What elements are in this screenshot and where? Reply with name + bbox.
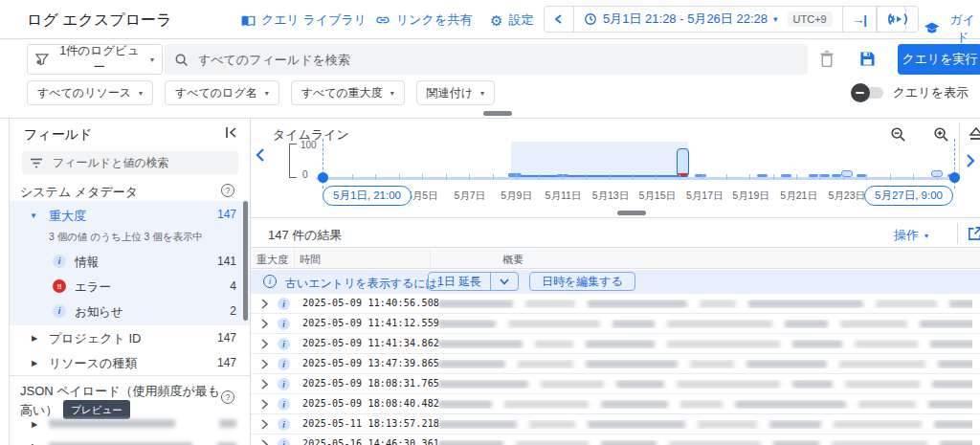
timeline-bar[interactable] [695,174,706,177]
time-back-button[interactable] [545,7,573,32]
sidebar-field-row[interactable]: ▶リソースの種類147 [10,350,250,375]
chevron-right-icon [965,153,976,168]
timeline-bar[interactable] [857,174,866,177]
log-entry-row[interactable]: i2025-05-09 18:08:31.765 [251,374,980,394]
redacted-text [529,420,575,429]
timeline-scroll-left-button[interactable] [255,147,266,163]
log-entry-row[interactable]: i2025-05-09 13:47:39.865 [251,354,980,374]
chevron-collapsed-icon[interactable]: ▶ [32,334,37,343]
chevron-down-icon: ▾ [139,89,143,98]
fields-panel-title: フィールド [24,126,92,144]
range-start-pill[interactable]: 5月1日, 21:00 [323,186,412,206]
timeline-bar[interactable] [820,174,830,177]
range-end-pill[interactable]: 5月27日, 9:00 [864,186,953,206]
expand-row-button[interactable] [260,439,269,445]
stream-logs-button[interactable] [877,6,919,33]
range-end-handle[interactable] [949,172,960,183]
severity-value-row[interactable]: i情報141 [10,249,250,274]
redacted-text [601,400,668,409]
delete-query-button[interactable] [819,51,835,67]
show-query-label: クエリを表示 [893,84,969,101]
fields-search-input[interactable] [51,155,231,170]
edit-datetime-button[interactable]: 日時を編集する [529,272,635,291]
timeline-bar[interactable] [781,174,791,177]
expand-row-button[interactable] [260,359,269,369]
log-view-selector[interactable]: 1件のログビュー ▾ [27,44,163,75]
timeline-bar[interactable] [677,148,689,177]
share-link-button[interactable]: リンクを共有 [375,11,472,29]
extend-one-day-button[interactable]: 1日 延長 [429,273,490,290]
panel-resize-handle[interactable] [483,111,512,116]
log-timestamp: 2025-05-09 11:41:12.559 [302,318,439,328]
log-entry-row[interactable]: i2025-05-09 18:08:40.482 [251,394,980,414]
settings-button[interactable]: ⚙ 設定 [490,11,533,29]
extend-options-button[interactable] [491,273,518,290]
jump-to-now-button[interactable]: →| [843,7,876,32]
time-range-button[interactable]: 5月1日 21:28 - 5月26日 22:28 ▾ UTC+9 [574,7,842,32]
guide-button[interactable]: ガイド [924,11,980,46]
chevron-expanded-icon[interactable]: ▼ [30,211,37,220]
timeline-scroll-right-button[interactable] [965,153,976,168]
redacted-text [438,360,505,368]
expand-row-button[interactable] [260,399,269,410]
main-pane: タイムライン 100 0 [251,119,980,445]
redacted-text [612,320,655,328]
redacted-field-row[interactable]: ▶ [10,412,250,436]
sidebar-field-severity[interactable]: ▼ 重大度 147 [10,205,250,228]
redacted-text [508,320,600,328]
info-severity-icon: i [278,318,290,330]
graduation-cap-icon [924,22,940,35]
axis-tick [843,174,844,180]
range-start-handle[interactable] [318,172,328,183]
expand-row-button[interactable] [260,339,269,349]
axis-tick [796,174,797,180]
expand-row-button[interactable] [260,379,269,389]
actions-dropdown[interactable]: 操作 ▾ [894,227,928,244]
log-entry-row[interactable]: i2025-05-11 18:13:57.218 [251,414,980,434]
severity-value-row[interactable]: iお知らせ2 [10,299,250,323]
sidebar-field-row[interactable]: ▶プロジェクト ID147 [10,325,250,350]
redacted-text [845,380,920,389]
expand-row-button[interactable] [260,319,269,329]
timeline-resize-handle[interactable] [617,211,646,215]
help-icon[interactable]: ? [221,184,234,197]
timeline-bar[interactable] [508,173,522,177]
run-query-button[interactable]: クエリを実行 [898,44,980,75]
query-library-label: クエリ ライブラリ [261,11,367,29]
log-entry-row[interactable]: i2025-05-09 11:41:34.862 [251,334,980,354]
axis-tick [446,174,447,180]
severity-value-row[interactable]: !!エラー4 [10,274,250,299]
sidebar-scrollbar[interactable] [243,201,248,321]
error-icon: !! [53,279,66,293]
results-table-header: 重大度 時間 概要 [251,247,980,269]
search-input[interactable] [196,52,798,68]
open-in-new-button[interactable] [967,226,980,242]
log-entry-row[interactable]: i2025-05-16 14:46:30.361 [251,434,980,445]
query-library-button[interactable]: クエリ ライブラリ [241,11,367,29]
filter-chip-1[interactable]: すべてのログ名▾ [165,80,279,105]
filter-chip-2[interactable]: すべての重大度▾ [291,80,405,105]
chevron-collapsed-icon[interactable]: ▶ [32,420,37,429]
help-icon[interactable]: ? [221,390,234,404]
save-query-button[interactable] [859,51,876,67]
show-query-toggle[interactable] [855,87,883,99]
redacted-text [535,340,573,348]
redacted-text [932,380,972,389]
timeline-bar[interactable] [809,174,818,177]
axis-tick [610,174,611,180]
expand-row-button[interactable] [260,419,269,430]
filter-chip-3[interactable]: 関連付け▾ [416,80,495,105]
log-entry-row[interactable]: i2025-05-09 11:41:12.559 [251,314,980,334]
y-axis-max-label: 100 [301,140,317,150]
log-entry-row[interactable]: i2025-05-09 11:40:56.508 [251,294,980,314]
redacted-field-row[interactable]: ▶ [10,436,250,445]
collapse-panel-button[interactable] [225,126,238,139]
info-severity-icon: i [278,438,290,445]
expand-row-button[interactable] [260,299,269,309]
filter-chip-label: 関連付け [427,85,473,101]
timeline-bar[interactable] [757,174,768,177]
chevron-collapsed-icon[interactable]: ▶ [32,359,37,367]
timeline-bar[interactable] [832,174,841,177]
collapse-timeline-button[interactable] [969,126,980,142]
filter-chip-0[interactable]: すべてのリソース▾ [27,80,153,105]
